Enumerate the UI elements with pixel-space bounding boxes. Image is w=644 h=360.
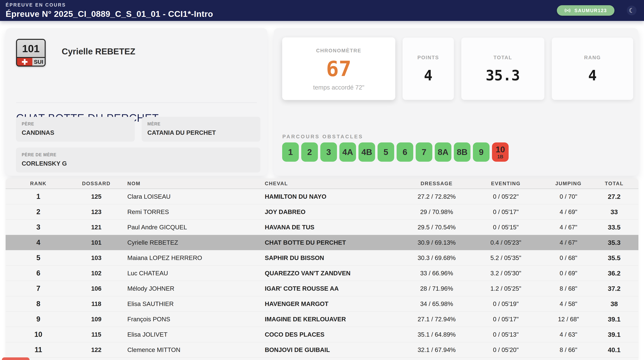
col-eventing: EVENTING — [465, 181, 547, 187]
broadcast-icon — [564, 8, 571, 13]
pedigree-box: MÈRE CATANIA DU PERCHET — [142, 117, 260, 141]
cell-jumping: 0 / 68" — [547, 254, 590, 262]
cell-jumping: 4 / 67" — [547, 239, 590, 246]
total-value: 35.3 — [486, 68, 520, 83]
cell-eventing: 0 / 05'22" — [465, 193, 547, 200]
cell-cheval: HAVENGER MARGOT — [259, 300, 408, 308]
cell-cheval: IMAGINE DE KERLOUAVER — [259, 316, 408, 323]
cell-dossard: 123 — [71, 208, 122, 216]
cell-rank: 9 — [6, 315, 71, 323]
chronometer-card: CHRONOMÈTRE 67 temps accordé 72" — [282, 37, 395, 100]
cell-eventing: 0 / 05'19" — [465, 300, 547, 308]
cell-cheval: HAVANA DE TUS — [259, 224, 408, 231]
obstacle-pill[interactable]: 8A — [435, 142, 452, 162]
obstacle-number: 7 — [422, 148, 426, 156]
cell-jumping: 0 / 69" — [547, 270, 590, 277]
cell-nom: Paul Andre GICQUEL — [122, 224, 259, 231]
cell-dressage: 30.9 / 69.13% — [408, 239, 465, 246]
table-header: RANK DOSSARD NOM CHEVAL DRESSAGE EVENTIN… — [6, 179, 638, 189]
col-total: TOTAL — [590, 181, 638, 187]
obstacle-pill[interactable]: 6 — [396, 142, 413, 162]
pedigree-label: PÈRE — [22, 121, 129, 127]
top-panels: 101 SUI Cyrielle REBETEZ CHAT BOTTE DU P… — [6, 28, 638, 176]
cell-total: 39.1 — [590, 316, 638, 323]
obstacle-pill[interactable]: 1 — [282, 142, 299, 162]
cell-total: 35.5 — [590, 254, 638, 262]
table-row[interactable]: 10 115 Elisa JOLIVET COCO DES PLACES 35.… — [6, 327, 638, 342]
table-body: 1 125 Clara LOISEAU HAMILTON DU NAYO 27.… — [6, 189, 638, 358]
pedigree-value: CANDINAS — [22, 129, 129, 136]
cell-eventing: 3.2 / 05'30" — [465, 270, 547, 277]
dark-mode-toggle[interactable]: ☾ — [627, 5, 636, 15]
cell-jumping: 8 / 68" — [547, 285, 590, 292]
cell-cheval: BONJOVI DE GUIBAIL — [259, 346, 408, 354]
live-badge-label: SAUMUR123 — [574, 8, 607, 13]
cell-rank: 7 — [6, 285, 71, 293]
cell-dossard: 101 — [71, 239, 122, 246]
obstacle-pill[interactable]: 4B — [358, 142, 375, 162]
cell-total: 39.1 — [590, 331, 638, 338]
obstacle-pill[interactable]: 7 — [416, 142, 432, 162]
cell-total: 36.2 — [590, 270, 638, 277]
stats-panel: CHRONOMÈTRE 67 temps accordé 72" POINTS … — [274, 28, 638, 176]
cell-eventing: 0 / 05'17" — [465, 316, 547, 323]
cell-dossard: 121 — [71, 224, 122, 231]
cell-dressage: 35.1 / 64.89% — [408, 331, 465, 338]
cell-rank: 8 — [6, 300, 71, 308]
table-row[interactable]: 1 125 Clara LOISEAU HAMILTON DU NAYO 27.… — [6, 189, 638, 204]
col-rank: RANK — [6, 181, 71, 187]
results-table: RANK DOSSARD NOM CHEVAL DRESSAGE EVENTIN… — [6, 179, 638, 360]
obstacle-pill[interactable]: 9 — [473, 142, 490, 162]
stat-cards-row: CHRONOMÈTRE 67 temps accordé 72" POINTS … — [282, 37, 633, 100]
table-row[interactable]: 9 109 François PONS IMAGINE DE KERLOUAVE… — [6, 312, 638, 327]
cell-rank: 3 — [6, 223, 71, 231]
rider-name: Cyrielle REBETEZ — [62, 46, 136, 56]
cell-cheval: CHAT BOTTE DU PERCHET — [259, 239, 408, 246]
cell-dressage: 29 / 70.98% — [408, 208, 465, 216]
obstacle-number: 10 — [496, 145, 505, 154]
pedigree-value: CORLENSKY G — [22, 160, 255, 167]
cell-nom: Remi TORRES — [122, 208, 259, 216]
table-row[interactable]: 5 103 Maiana LOPEZ HERRERO SAPHIR DU BIS… — [6, 250, 638, 266]
bib-number: 101 — [17, 40, 45, 57]
total-card: TOTAL 35.3 — [461, 37, 544, 100]
obstacle-pill[interactable]: 4A — [340, 142, 356, 162]
table-row[interactable]: 2 123 Remi TORRES JOY DABREO 29 / 70.98%… — [6, 204, 638, 220]
table-row[interactable]: 4 101 Cyrielle REBETEZ CHAT BOTTE DU PER… — [6, 235, 638, 250]
cell-jumping: 4 / 69" — [547, 208, 590, 216]
cell-cheval: COCO DES PLACES — [259, 331, 408, 338]
cell-total: 37.2 — [590, 285, 638, 292]
cell-rank: 11 — [6, 346, 71, 354]
cell-nom: Clara LOISEAU — [122, 193, 259, 200]
table-row[interactable]: 8 118 Elisa SAUTHIER HAVENGER MARGOT 34 … — [6, 296, 638, 312]
obstacle-pill[interactable]: 2 — [301, 142, 318, 162]
cell-dossard: 102 — [71, 270, 122, 277]
cell-total: 35.3 — [590, 239, 638, 246]
obstacle-number: 4B — [362, 148, 372, 156]
obstacle-pill[interactable]: 8B — [454, 142, 470, 162]
cell-nom: Luc CHATEAU — [122, 270, 259, 277]
cell-eventing: 0.4 / 05'23" — [465, 239, 547, 246]
obstacle-pill[interactable]: 3 — [320, 142, 337, 162]
table-row[interactable]: 3 121 Paul Andre GICQUEL HAVANA DE TUS 2… — [6, 220, 638, 235]
obstacle-pill[interactable]: 10 1B — [492, 142, 508, 162]
table-row[interactable]: 7 106 Mélody JOHNER IGAR' COTE ROUSSE AA… — [6, 281, 638, 296]
cell-total: 33 — [590, 208, 638, 216]
obstacle-number: 6 — [402, 148, 407, 156]
obstacle-number: 8B — [457, 148, 468, 156]
cell-dressage: 33 / 66.96% — [408, 270, 465, 277]
live-connection-badge[interactable]: SAUMUR123 — [557, 5, 614, 16]
obstacle-pill[interactable]: 5 — [378, 142, 394, 162]
cell-dossard: 106 — [71, 285, 122, 292]
pedigree-label: PÈRE DE MÈRE — [22, 152, 255, 157]
bottom-corner-button[interactable] — [2, 358, 30, 360]
rank-card: RANG 4 — [552, 37, 633, 100]
col-cheval: CHEVAL — [259, 181, 408, 187]
table-row[interactable]: 6 102 Luc CHATEAU QUAREZZO VAN'T ZANDVEN… — [6, 266, 638, 281]
col-dressage: DRESSAGE — [408, 181, 465, 187]
cell-cheval: QUAREZZO VAN'T ZANDVEN — [259, 270, 408, 277]
chronometer-label: CHRONOMÈTRE — [316, 48, 362, 54]
cell-nom: François PONS — [122, 316, 259, 323]
obstacles-row: 1 2 3 4A 4B 5 6 7 8A 8B 9 — [282, 142, 508, 162]
table-row[interactable]: 11 122 Clemence MITTON BONJOVI DE GUIBAI… — [6, 342, 638, 358]
